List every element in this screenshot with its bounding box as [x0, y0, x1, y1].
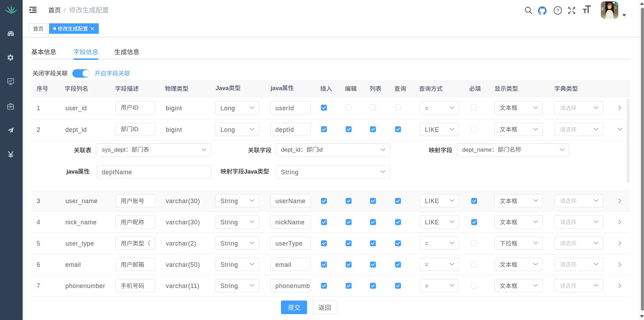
svg-text:?: ? [556, 7, 560, 13]
